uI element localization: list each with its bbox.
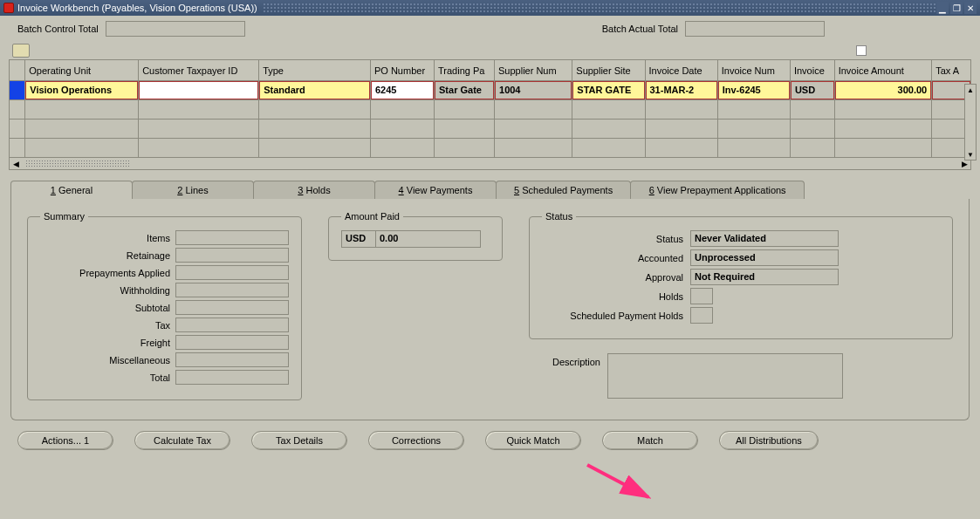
cell-po-number[interactable]: 6245 [371, 81, 434, 99]
cell-taxpayer-id[interactable] [139, 81, 258, 99]
col-tax-amt[interactable]: Tax A [932, 60, 971, 81]
batch-actual-label: Batch Actual Total [602, 24, 678, 34]
batch-totals-row: Batch Control Total Batch Actual Total [0, 16, 980, 42]
accounted-field: Unprocessed [690, 249, 839, 266]
approval-label: Approval [542, 272, 690, 283]
calculate-tax-button[interactable]: Calculate Tax [134, 431, 230, 450]
prepayments-label: Prepayments Applied [40, 268, 175, 278]
folder-icon[interactable] [12, 44, 30, 58]
scroll-left-icon[interactable]: ◀ [10, 159, 22, 169]
col-invoice-date[interactable]: Invoice Date [645, 60, 717, 81]
holds-label: Holds [542, 291, 690, 302]
cell-type[interactable]: Standard [259, 81, 370, 99]
tab-prepayment-apps[interactable]: 6 View Prepayment Applications [630, 181, 805, 199]
items-field[interactable] [175, 230, 289, 245]
withholding-label: Withholding [40, 285, 175, 296]
grid-header-row: Operating Unit Customer Taxpayer ID Type… [10, 60, 971, 81]
grid-vscroll[interactable]: ▲ ▼ [964, 84, 977, 160]
restore-button[interactable]: ❐ [950, 2, 963, 14]
withholding-field[interactable] [175, 283, 289, 297]
minimize-button[interactable]: ▁ [936, 2, 949, 14]
invoice-workbench-window: Invoice Workbench (Payables, Vision Oper… [0, 0, 980, 519]
all-distributions-button[interactable]: All Distributions [719, 431, 819, 450]
tabs: 1 General 2 Lines 3 Holds 4 View Payment… [10, 181, 970, 199]
quick-match-button[interactable]: Quick Match [485, 431, 581, 450]
grid-checkbox[interactable] [856, 45, 867, 56]
freight-field[interactable] [175, 335, 289, 350]
col-invoice-num[interactable]: Invoice Num [717, 60, 790, 81]
row-marker[interactable] [10, 81, 25, 100]
total-field[interactable] [175, 370, 289, 385]
misc-field[interactable] [175, 352, 289, 367]
retainage-label: Retainage [40, 250, 175, 261]
annotation-arrow-icon [583, 461, 670, 513]
batch-actual-field[interactable] [685, 21, 825, 37]
status-label: Status [542, 234, 690, 244]
misc-label: Miscellaneous [40, 355, 175, 365]
scroll-down-icon[interactable]: ▼ [965, 149, 976, 160]
cell-invoice-curr[interactable]: USD [791, 81, 834, 99]
freight-label: Freight [40, 338, 175, 348]
col-type[interactable]: Type [259, 60, 371, 81]
grid-row-empty[interactable] [10, 139, 971, 158]
cell-trading[interactable]: Star Gate [435, 81, 494, 99]
grid-row-empty[interactable] [10, 100, 971, 120]
action-buttons: Actions... 1 Calculate Tax Tax Details C… [0, 420, 980, 462]
svg-line-0 [587, 465, 648, 497]
total-label: Total [40, 372, 175, 383]
cell-supplier-site[interactable]: STAR GATE [572, 81, 644, 99]
close-button[interactable]: ✕ [964, 2, 977, 14]
sph-field[interactable] [690, 307, 713, 324]
summary-legend: Summary [40, 211, 88, 222]
tab-lines[interactable]: 2 Lines [132, 181, 254, 199]
col-supplier-num[interactable]: Supplier Num [495, 60, 572, 81]
cell-invoice-date[interactable]: 31-MAR-2 [646, 81, 717, 99]
amount-currency: USD [341, 230, 376, 248]
description-field[interactable] [607, 353, 843, 399]
sph-label: Scheduled Payment Holds [542, 311, 690, 321]
items-label: Items [40, 233, 175, 243]
subtotal-field[interactable] [175, 300, 289, 315]
col-po-number[interactable]: PO Number [370, 60, 434, 81]
col-operating-unit[interactable]: Operating Unit [25, 60, 139, 81]
corrections-button[interactable]: Corrections [368, 431, 464, 450]
tab-general[interactable]: 1 General [10, 181, 133, 199]
titlebar: Invoice Workbench (Payables, Vision Oper… [0, 0, 980, 16]
approval-field: Not Required [690, 269, 839, 285]
tab-view-payments[interactable]: 4 View Payments [374, 181, 497, 199]
oracle-icon [3, 3, 14, 13]
tab-scheduled-payments[interactable]: 5 Scheduled Payments [496, 181, 631, 199]
cell-invoice-amount[interactable]: 300.00 [835, 81, 932, 99]
col-supplier-site[interactable]: Supplier Site [572, 60, 645, 81]
tax-field[interactable] [175, 318, 289, 332]
cell-supplier-num[interactable]: 1004 [495, 81, 572, 99]
prepayments-field[interactable] [175, 265, 289, 280]
status-legend: Status [542, 211, 576, 222]
grid-hscroll[interactable]: ◀ ▶ [9, 158, 971, 170]
window-title: Invoice Workbench (Payables, Vision Oper… [17, 3, 257, 13]
scroll-thumb[interactable] [25, 160, 130, 168]
match-button[interactable]: Match [602, 431, 698, 450]
batch-control-label: Batch Control Total [17, 24, 99, 34]
actions-button[interactable]: Actions... 1 [17, 431, 113, 450]
col-invoice-curr[interactable]: Invoice [790, 60, 834, 81]
accounted-label: Accounted [542, 253, 690, 263]
amount-paid-group: Amount Paid USD 0.00 [328, 211, 503, 261]
grid-row-empty[interactable] [10, 120, 971, 139]
scroll-up-icon[interactable]: ▲ [965, 85, 976, 95]
cell-operating-unit[interactable]: Vision Operations [25, 81, 138, 99]
batch-control-field[interactable] [106, 21, 245, 37]
titlebar-texture [263, 3, 936, 13]
tab-holds[interactable]: 3 Holds [253, 181, 375, 199]
retainage-field[interactable] [175, 248, 289, 263]
col-invoice-amt[interactable]: Invoice Amount [834, 60, 932, 81]
holds-field[interactable] [690, 288, 713, 304]
col-trading[interactable]: Trading Pa [435, 60, 495, 81]
grid-row-1[interactable]: Vision Operations Standard 6245 Star Gat… [10, 81, 971, 100]
amount-value: 0.00 [376, 230, 481, 248]
col-taxpayer-id[interactable]: Customer Taxpayer ID [139, 60, 259, 81]
status-group: Status StatusNever Validated AccountedUn… [529, 211, 953, 339]
tab-panel-general: Summary Items Retainage Prepayments Appl… [10, 199, 970, 420]
cell-invoice-num[interactable]: Inv-6245 [718, 81, 790, 99]
tax-details-button[interactable]: Tax Details [251, 431, 347, 450]
